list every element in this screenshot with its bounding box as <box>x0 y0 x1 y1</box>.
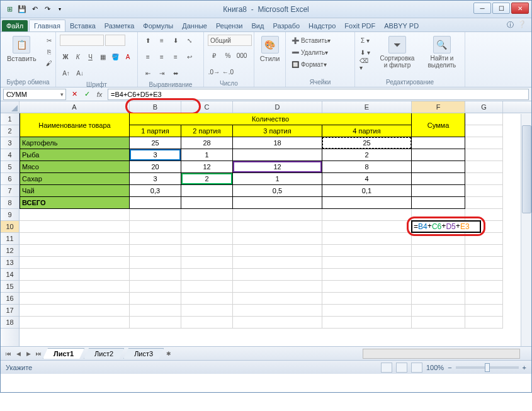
row-header-2[interactable]: 2 <box>1 125 19 137</box>
cell-G17[interactable] <box>465 305 503 317</box>
cell-D9[interactable] <box>233 209 322 221</box>
row-header-6[interactable]: 6 <box>1 173 19 185</box>
col-header-g[interactable]: G <box>465 101 503 113</box>
cell-G1[interactable] <box>465 113 503 125</box>
cell-D10[interactable] <box>233 221 322 233</box>
cell-A9[interactable] <box>20 209 130 221</box>
row-header-11[interactable]: 11 <box>1 233 19 245</box>
fill-color-button[interactable]: 🪣 <box>110 51 121 62</box>
cell-name-4[interactable]: Рыба <box>20 149 130 161</box>
tab-review[interactable]: Рецензи <box>212 20 247 31</box>
cell-G16[interactable] <box>465 293 503 305</box>
fill-button[interactable]: ⬇ ▾ <box>359 47 371 58</box>
decrease-indent-button[interactable]: ⇤ <box>142 67 154 79</box>
row-header-8[interactable]: 8 <box>1 197 19 209</box>
qat-dropdown-icon[interactable]: ▾ <box>55 4 65 14</box>
maximize-button[interactable]: ☐ <box>492 3 510 14</box>
sheet-tab-1[interactable]: Лист1 <box>43 348 84 359</box>
tab-nav-next[interactable]: ▶ <box>23 349 33 359</box>
cell-c7[interactable] <box>181 185 233 197</box>
page-break-view-button[interactable] <box>411 363 422 373</box>
cell-e6[interactable]: 4 <box>322 173 412 185</box>
row-header-13[interactable]: 13 <box>1 257 19 269</box>
cell-c3[interactable]: 28 <box>181 137 233 149</box>
cell-G2[interactable] <box>465 125 503 137</box>
enter-formula-button[interactable]: ✓ <box>81 89 93 100</box>
tab-nav-first[interactable]: ⏮ <box>3 349 13 359</box>
name-box[interactable]: СУММ <box>3 89 66 100</box>
row-header-16[interactable]: 16 <box>1 293 19 305</box>
cell-G11[interactable] <box>465 233 503 245</box>
italic-button[interactable]: К <box>72 51 84 62</box>
cell-C8[interactable] <box>181 197 233 209</box>
cell-B15[interactable] <box>130 281 181 293</box>
cell-e4[interactable]: 2 <box>322 149 412 161</box>
align-right-button[interactable]: ≡ <box>169 51 182 62</box>
redo-icon[interactable]: ↷ <box>42 4 52 14</box>
minimize-button[interactable]: ─ <box>473 3 491 14</box>
align-top-button[interactable]: ⬆ <box>142 35 154 46</box>
cell-D17[interactable] <box>233 305 322 317</box>
cell-C17[interactable] <box>181 305 233 317</box>
cell-B18[interactable] <box>130 317 181 329</box>
cell-A11[interactable] <box>20 233 130 245</box>
col-header-d[interactable]: D <box>233 101 322 113</box>
cell-D14[interactable] <box>233 269 322 281</box>
cell-D18[interactable] <box>233 317 322 329</box>
zoom-level[interactable]: 100% <box>426 364 444 371</box>
cell-e5[interactable]: 8 <box>322 161 412 173</box>
cell-E8[interactable] <box>322 197 412 209</box>
tab-foxit[interactable]: Foxit PDF <box>340 20 380 31</box>
cell-F14[interactable] <box>412 269 465 281</box>
zoom-out-button[interactable]: − <box>448 364 451 371</box>
cell-header-p2[interactable]: 2 партия <box>181 125 233 137</box>
horizontal-scrollbar[interactable] <box>363 349 520 359</box>
cell-name-7[interactable]: Чай <box>20 185 130 197</box>
cell-header-p3[interactable]: 3 партия <box>233 125 322 137</box>
cell-b7[interactable]: 0,3 <box>130 185 181 197</box>
cell-E14[interactable] <box>322 269 412 281</box>
cell-F8[interactable] <box>412 197 465 209</box>
cell-G4[interactable] <box>465 149 503 161</box>
cell-B10[interactable] <box>130 221 181 233</box>
cell-C18[interactable] <box>181 317 233 329</box>
row-header-5[interactable]: 5 <box>1 161 19 173</box>
cell-D15[interactable] <box>233 281 322 293</box>
col-header-c[interactable]: C <box>181 101 233 113</box>
cell-E16[interactable] <box>322 293 412 305</box>
new-sheet-button[interactable]: ✱ <box>164 349 174 359</box>
cell-c6[interactable]: 2 <box>181 173 233 185</box>
cell-A17[interactable] <box>20 305 130 317</box>
cell-b6[interactable]: 3 <box>130 173 181 185</box>
align-center-button[interactable]: ≡ <box>156 51 168 62</box>
sort-filter-button[interactable]: ⏷ Сортировка и фильтр <box>375 35 419 70</box>
cell-E13[interactable] <box>322 257 412 269</box>
row-header-18[interactable]: 18 <box>1 317 19 329</box>
cell-f3[interactable] <box>412 137 465 149</box>
cell-header-p1[interactable]: 1 партия <box>130 125 181 137</box>
cell-c5[interactable]: 12 <box>181 161 233 173</box>
help-icon[interactable]: ❔ <box>518 20 526 30</box>
tab-developer[interactable]: Разрабо <box>268 20 304 31</box>
cell-d3[interactable]: 18 <box>233 137 322 149</box>
cell-C10[interactable] <box>181 221 233 233</box>
row-header-4[interactable]: 4 <box>1 149 19 161</box>
sheet-tab-3[interactable]: Лист3 <box>123 348 164 359</box>
tab-home[interactable]: Главная <box>29 20 65 31</box>
normal-view-button[interactable] <box>381 363 392 373</box>
col-header-e[interactable]: E <box>322 101 412 113</box>
row-header-14[interactable]: 14 <box>1 269 19 281</box>
row-header-3[interactable]: 3 <box>1 137 19 149</box>
tab-abbyy[interactable]: ABBYY PD <box>380 20 423 31</box>
tab-file[interactable]: Файл <box>2 20 28 31</box>
delete-cells-button[interactable]: ➖ Удалить ▾ <box>290 47 353 58</box>
minimize-ribbon-icon[interactable]: ⓘ <box>507 20 514 30</box>
cell-A15[interactable] <box>20 281 130 293</box>
increase-decimal-button[interactable]: .0→ <box>208 66 220 77</box>
clear-button[interactable]: ⌫ ▾ <box>359 59 371 70</box>
tab-formulas[interactable]: Формулы <box>139 20 178 31</box>
cell-F12[interactable] <box>412 245 465 257</box>
cell-C12[interactable] <box>181 245 233 257</box>
cell-total-label[interactable]: ВСЕГО <box>20 197 130 209</box>
cut-button[interactable]: ✂ <box>43 35 55 46</box>
